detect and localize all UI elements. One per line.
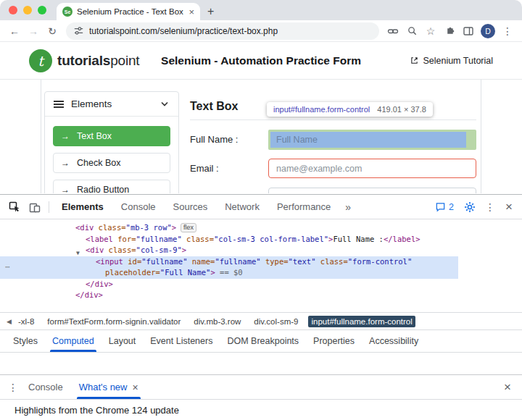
arrow-right-icon: → (61, 158, 70, 168)
breadcrumb-item-div-mb-3-row[interactable]: div.mb-3.row (191, 316, 244, 327)
site-info-icon[interactable] (73, 25, 84, 36)
window-zoom-button[interactable] (38, 6, 46, 14)
devtools-close-icon[interactable]: × (500, 201, 518, 213)
breadcrumb-item-form-textform-form-signin-validator[interactable]: form#TextForm.form-signin.validator (44, 316, 183, 327)
tutorial-link-label: Selenium Tutorial (423, 56, 493, 66)
site-header: t tutorialspoint Selenium - Automation P… (0, 42, 522, 80)
browser-tab[interactable]: Se Selenium Practice - Text Box × (57, 3, 200, 20)
elements-tree-node[interactable]: </div> (0, 279, 458, 290)
devtools-tab-console[interactable]: Console (112, 195, 165, 219)
breadcrumb-item-xl-8[interactable]: -xl-8 (15, 316, 37, 327)
sidebar-item-radio-button[interactable]: →Radio Button (53, 180, 170, 193)
new-tab-button[interactable]: + (207, 6, 214, 17)
devtools-menu-kebab-icon[interactable]: ⋮ (483, 201, 497, 213)
profile-avatar[interactable]: D (481, 24, 495, 38)
sidebar-item-check-box[interactable]: →Check Box (53, 153, 170, 173)
link-icon[interactable] (384, 22, 402, 40)
drawer-tab-label: Console (28, 382, 63, 392)
overflow-dots-icon: ⋯ (5, 261, 10, 273)
panel-tab-computed[interactable]: Computed (45, 330, 102, 352)
panel-tab-styles[interactable]: Styles (6, 330, 45, 352)
devtools-toolbar: ElementsConsoleSourcesNetworkPerformance… (0, 195, 522, 219)
page-title: Selenium - Automation Practice Form (161, 54, 361, 67)
elements-tree-node[interactable]: ▼<div class="col-sm-9"> (0, 245, 458, 256)
code-token-val: "fullname" (215, 257, 260, 266)
chevron-down-icon (160, 100, 170, 108)
browser-toolbar: ← → ↻ tutorialspoint.com/selenium/practi… (0, 20, 522, 42)
code-token-badge: flex (181, 223, 196, 232)
inspect-tooltip: input#fullname.form-control 419.01 × 37.… (267, 102, 433, 117)
drawer-menu-kebab-icon[interactable]: ⋮ (6, 382, 20, 393)
back-button[interactable]: ← (6, 25, 23, 37)
code-token-val: "col-sm-9" (136, 245, 182, 254)
logo-mark-icon: t (29, 49, 52, 72)
devtools-tab-performance[interactable]: Performance (268, 195, 339, 219)
panel-tab-event-listeners[interactable]: Event Listeners (143, 330, 220, 352)
devtools-tabs: ElementsConsoleSourcesNetworkPerformance (53, 195, 339, 219)
window-minimize-button[interactable] (23, 6, 32, 14)
code-token-tag: > (182, 245, 186, 254)
panel-tab-dom-breakpoints[interactable]: DOM Breakpoints (220, 330, 306, 352)
devtools-tab-network[interactable]: Network (216, 195, 268, 219)
arrow-right-icon: → (61, 131, 70, 141)
tab-close-icon[interactable]: × (188, 7, 194, 17)
reload-button[interactable]: ↻ (44, 25, 61, 37)
zoom-icon[interactable] (403, 22, 420, 40)
field-label: Full Name : (190, 134, 268, 145)
panel-tab-layout[interactable]: Layout (102, 330, 144, 352)
side-panel-icon[interactable] (460, 22, 477, 40)
elements-tree-node[interactable]: <div class="mb-3 row">flex (0, 222, 458, 234)
extensions-puzzle-icon[interactable] (441, 22, 458, 40)
tutorialspoint-logo[interactable]: t tutorialspoint (29, 49, 139, 72)
drawer-tab-what-s-new[interactable]: What's new× (71, 375, 146, 399)
browser-menu-kebab-icon[interactable]: ⋮ (499, 22, 516, 40)
code-token-attr: type= (261, 257, 289, 266)
text-input-full-name[interactable] (270, 132, 466, 148)
text-input-current-address[interactable] (268, 188, 476, 193)
code-token-attr: name= (187, 257, 215, 266)
elements-tree-node[interactable]: </div> (0, 290, 458, 301)
bookmark-star-icon[interactable]: ☆ (422, 22, 439, 40)
tab-strip: Se Selenium Practice - Text Box × + (0, 0, 522, 20)
more-tabs-icon[interactable]: » (339, 201, 357, 213)
settings-gear-icon[interactable] (460, 197, 480, 217)
elements-tree-node[interactable]: ⋯<input id="fullname" name="fullname" ty… (0, 256, 458, 279)
url-text: tutorialspoint.com/selenium/practice/tex… (89, 26, 278, 36)
drawer-toolbar: ⋮ ConsoleWhat's new× × (0, 375, 522, 400)
selenium-tutorial-link[interactable]: Selenium Tutorial (410, 56, 493, 66)
breadcrumb-scroll-left-icon[interactable]: ◀ (3, 318, 15, 325)
window-close-button[interactable] (9, 6, 17, 14)
elements-tree: <div class="mb-3 row">flex<label for="fu… (0, 219, 522, 312)
elements-tree-node[interactable]: <label for="fullname" class="col-sm-3 co… (0, 234, 458, 245)
text-input-email[interactable] (268, 159, 476, 178)
tooltip-dimensions: 419.01 × 37.8 (377, 105, 426, 114)
breadcrumb-item-div-col-sm-9[interactable]: div.col-sm-9 (251, 316, 301, 327)
drawer-tab-console[interactable]: Console (20, 375, 71, 399)
tooltip-selector: input#fullname.form-control (273, 105, 370, 114)
practice-sidebar: Elements →Text Box→Check Box→Radio Butto… (44, 91, 179, 193)
sidebar-header[interactable]: Elements (45, 92, 178, 117)
panel-tab-properties[interactable]: Properties (306, 330, 362, 352)
code-token-attr: class= (182, 235, 214, 243)
practice-sidebar-items: →Text Box→Check Box→Radio Button (45, 117, 178, 193)
devtools-panel: ElementsConsoleSourcesNetworkPerformance… (0, 194, 522, 374)
devtools-tab-elements[interactable]: Elements (53, 195, 112, 219)
issues-button[interactable]: 2 (432, 201, 457, 212)
forward-button[interactable]: → (25, 25, 42, 37)
sidebar-item-text-box[interactable]: →Text Box (53, 126, 170, 146)
sidebar-item-label: Check Box (77, 158, 120, 168)
drawer-tabs: ConsoleWhat's new× (20, 375, 146, 399)
code-token-tag: </div> (75, 290, 103, 299)
code-token-val: "text" (289, 257, 316, 266)
address-bar[interactable]: tutorialspoint.com/selenium/practice/tex… (66, 22, 379, 40)
close-icon[interactable]: × (133, 382, 138, 393)
breadcrumb-item-input-fullname-form-control[interactable]: input#fullname.form-control (308, 316, 415, 327)
panel-tab-accessibility[interactable]: Accessibility (362, 330, 426, 352)
message-bubble-icon (435, 201, 446, 212)
devtools-tab-sources[interactable]: Sources (165, 195, 217, 219)
code-token-attr: class= (315, 257, 347, 266)
drawer-close-icon[interactable]: × (499, 381, 516, 393)
inspect-element-icon[interactable] (4, 197, 25, 217)
text-box-form-area: Text Box Full Name :Email :Current Addre… (190, 91, 478, 193)
device-toolbar-icon[interactable] (25, 197, 45, 217)
